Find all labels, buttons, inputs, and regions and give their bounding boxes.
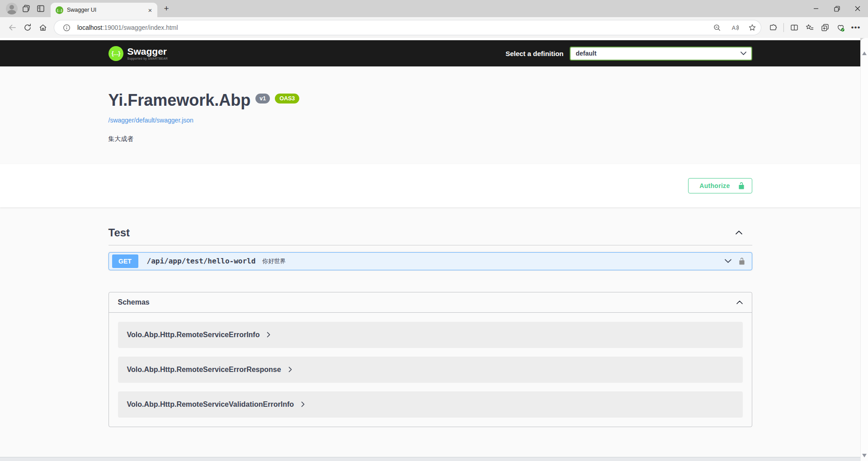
definition-select-value: default	[576, 50, 597, 57]
authorize-button[interactable]: Authorize	[688, 178, 752, 193]
chevron-down-icon	[741, 52, 746, 55]
split-screen-icon[interactable]	[787, 20, 802, 35]
avatar	[6, 3, 18, 14]
model-name: Volo.Abp.Http.RemoteServiceValidationErr…	[127, 400, 294, 409]
schemas-box: Schemas Volo.Abp.Http.RemoteServiceError…	[108, 292, 752, 427]
workspaces-icon[interactable]	[19, 1, 33, 16]
method-badge: GET	[112, 254, 138, 268]
browser-essentials-icon[interactable]	[833, 20, 848, 35]
select-definition-label: Select a definition	[505, 50, 563, 57]
model-name: Volo.Abp.Http.RemoteServiceErrorResponse	[127, 366, 281, 374]
operations-section: Test GET /api/app/test/hello-world 你好世界	[0, 207, 860, 270]
chevron-down-icon[interactable]	[725, 259, 731, 263]
restore-button[interactable]	[826, 0, 847, 17]
refresh-button[interactable]	[20, 20, 35, 35]
api-info-section: Yi.Framework.Abp v1 OAS3 /swagger/defaul…	[0, 66, 860, 164]
scroll-up-arrow-icon[interactable]	[862, 52, 867, 55]
settings-more-icon[interactable]: •••	[848, 20, 863, 35]
tab-title: Swagger UI	[67, 7, 142, 13]
tag-title: Test	[108, 226, 736, 239]
model-name: Volo.Abp.Http.RemoteServiceErrorInfo	[127, 331, 260, 339]
extensions-icon[interactable]	[765, 20, 781, 35]
tab-close-icon[interactable]: ×	[146, 5, 155, 14]
minimize-button[interactable]	[806, 0, 826, 17]
api-title: Yi.Framework.Abp	[108, 92, 251, 109]
url-text: localhost:19001/swagger/index.html	[77, 24, 706, 31]
oas3-badge: OAS3	[275, 94, 299, 103]
browser-window: {…} Swagger UI × + localhost:19001/swagg…	[0, 0, 868, 461]
operation-summary: 你好世界	[262, 257, 286, 265]
api-description: 集大成者	[108, 135, 752, 143]
version-badge: v1	[255, 94, 270, 103]
vertical-tabs-icon[interactable]	[33, 1, 48, 16]
navbar-divider	[783, 23, 784, 32]
chevron-right-icon	[301, 401, 305, 407]
vertical-scrollbar[interactable]	[860, 38, 868, 461]
navbar-right-cluster: •••	[765, 20, 863, 35]
schemas-section: Schemas Volo.Abp.Http.RemoteServiceError…	[0, 270, 860, 427]
browser-navbar: localhost:19001/swagger/index.html A	[0, 17, 868, 38]
page-bottom-strip	[0, 457, 860, 461]
profile-avatar[interactable]	[5, 1, 19, 16]
swagger-logo: Swagger Supported by SMARTBEAR	[127, 47, 168, 60]
read-aloud-icon[interactable]: A	[728, 21, 741, 34]
collapse-tag-button[interactable]	[736, 230, 742, 235]
definition-select[interactable]: default	[570, 47, 752, 61]
scroll-down-arrow-icon[interactable]	[862, 454, 867, 457]
home-button[interactable]	[35, 20, 51, 35]
window-controls	[806, 0, 868, 17]
swagger-favicon: {…}	[56, 6, 63, 14]
site-info-icon[interactable]	[60, 21, 73, 34]
model-row-remote-service-error-info[interactable]: Volo.Abp.Http.RemoteServiceErrorInfo	[118, 322, 743, 348]
back-button[interactable]	[5, 20, 20, 35]
schemas-title: Schemas	[118, 298, 736, 306]
address-bar[interactable]: localhost:19001/swagger/index.html A	[54, 20, 761, 35]
browser-titlebar: {…} Swagger UI × +	[0, 0, 868, 17]
more-glyph: •••	[851, 23, 861, 32]
favorite-star-icon[interactable]	[745, 21, 759, 34]
chevron-right-icon	[267, 332, 270, 338]
new-tab-button[interactable]: +	[160, 2, 173, 15]
chevron-up-icon[interactable]	[736, 301, 743, 304]
url-host: localhost	[77, 24, 102, 31]
svg-text:A: A	[731, 24, 736, 31]
browser-tab-swagger-ui[interactable]: {…} Swagger UI ×	[51, 3, 157, 17]
swagger-logo-text: Swagger	[127, 47, 168, 56]
model-row-remote-service-error-response[interactable]: Volo.Abp.Http.RemoteServiceErrorResponse	[118, 357, 743, 383]
chevron-right-icon	[288, 367, 292, 372]
model-row-remote-service-validation-error-info[interactable]: Volo.Abp.Http.RemoteServiceValidationErr…	[118, 391, 743, 418]
scheme-container: Authorize	[0, 164, 860, 207]
swagger-logo-subtext: Supported by SMARTBEAR	[127, 57, 168, 60]
swagger-page: {…} Swagger Supported by SMARTBEAR Selec…	[0, 38, 860, 461]
close-window-button[interactable]	[847, 0, 868, 17]
opblock-get-hello-world[interactable]: GET /api/app/test/hello-world 你好世界	[108, 252, 752, 270]
swagger-logo-icon: {…}	[108, 46, 123, 61]
unlock-icon	[738, 182, 745, 189]
operation-lock-icon[interactable]	[738, 257, 745, 265]
zoom-out-icon[interactable]	[710, 21, 724, 34]
authorize-label: Authorize	[699, 182, 730, 189]
operation-path: /api/app/test/hello-world	[147, 257, 256, 265]
collections-icon[interactable]	[817, 20, 833, 35]
schemas-header[interactable]: Schemas	[109, 292, 752, 313]
url-path: :19001/swagger/index.html	[102, 24, 178, 31]
tag-header-test[interactable]: Test	[108, 221, 752, 245]
favorites-list-icon[interactable]	[802, 20, 817, 35]
swagger-topbar: {…} Swagger Supported by SMARTBEAR Selec…	[0, 40, 860, 66]
chevron-up-icon	[736, 230, 742, 235]
spec-json-link[interactable]: /swagger/default/swagger.json	[108, 117, 193, 124]
